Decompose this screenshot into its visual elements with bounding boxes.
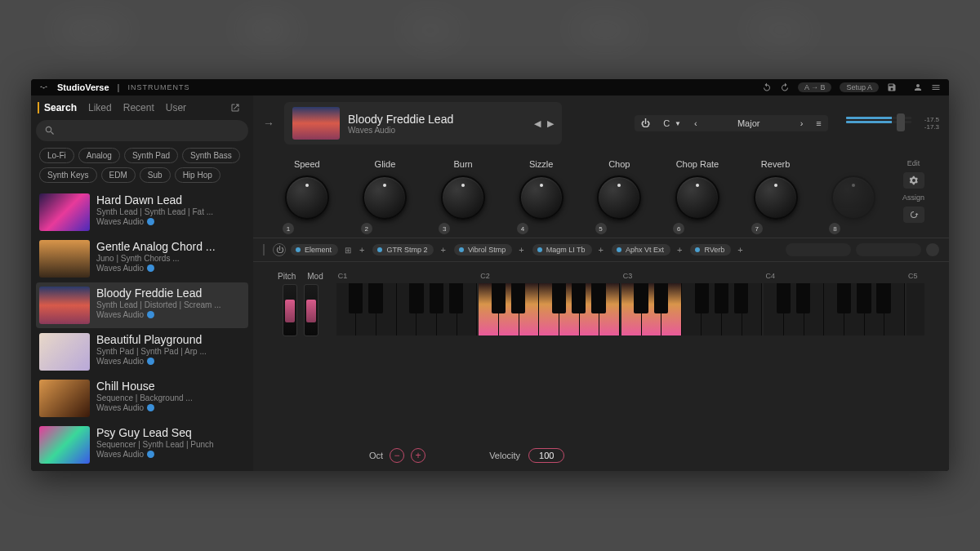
key-select[interactable]: C ▼	[657, 115, 688, 131]
black-key[interactable]	[777, 283, 791, 313]
search-input[interactable]	[62, 125, 240, 136]
black-key[interactable]	[572, 283, 586, 313]
fx-add-button[interactable]: +	[595, 245, 607, 255]
chip-synthpad[interactable]: Synth Pad	[124, 148, 178, 163]
octave-group[interactable]	[621, 283, 763, 335]
user-icon[interactable]	[913, 82, 923, 92]
black-key[interactable]	[409, 283, 423, 313]
menu-icon[interactable]	[931, 82, 941, 92]
black-key[interactable]	[837, 283, 851, 313]
redo-icon[interactable]	[780, 82, 790, 92]
chip-hiphop[interactable]: Hip Hop	[175, 167, 220, 183]
fx-module[interactable]: Magm LI Tb	[532, 244, 592, 256]
edit-button[interactable]	[903, 172, 924, 189]
fx-module[interactable]: RVerb	[690, 244, 731, 256]
preset-item[interactable]: Psy Guy Lead Seq Sequencer | Synth Lead …	[36, 422, 248, 466]
chip-synthkeys[interactable]: Synth Keys	[39, 167, 97, 183]
black-key[interactable]	[349, 283, 363, 313]
black-key[interactable]	[368, 283, 382, 313]
black-key[interactable]	[695, 283, 709, 313]
fx-menu-icon[interactable]: ⊞	[345, 246, 351, 255]
black-key[interactable]	[492, 283, 506, 313]
key-power-button[interactable]: ⏻	[635, 115, 657, 131]
black-key[interactable]	[734, 283, 748, 313]
black-key[interactable]	[430, 283, 443, 313]
external-link-icon[interactable]	[230, 103, 240, 113]
black-key[interactable]	[796, 283, 810, 313]
macro-knob-1[interactable]	[285, 176, 329, 220]
fx-module[interactable]: GTR Stmp 2	[372, 244, 434, 256]
preset-item[interactable]: Hard Dawn Lead Synth Lead | Synth Lead |…	[36, 189, 248, 235]
fx-add-button[interactable]: +	[356, 245, 368, 255]
fx-enable-dot[interactable]	[617, 247, 621, 252]
black-key[interactable]	[449, 283, 463, 313]
black-key[interactable]	[511, 283, 525, 313]
octave-group[interactable]	[336, 283, 478, 335]
fx-output-knob[interactable]	[926, 243, 939, 256]
black-key[interactable]	[634, 283, 648, 313]
fx-add-button[interactable]: +	[734, 245, 746, 255]
preset-item[interactable]: Beautiful Playground Synth Pad | Synth P…	[36, 329, 248, 375]
fx-enable-dot[interactable]	[459, 247, 464, 252]
black-key[interactable]	[552, 283, 566, 313]
fx-enable-dot[interactable]	[537, 247, 542, 252]
fx-add-button[interactable]: +	[437, 245, 448, 255]
output-meter[interactable]	[846, 115, 911, 131]
prev-preset-button[interactable]: ◀	[534, 118, 541, 129]
fx-module[interactable]: Aphx Vt Ext	[612, 244, 670, 256]
octave-group[interactable]	[479, 283, 620, 335]
fx-module[interactable]: Vibrol Stmp	[454, 244, 512, 256]
scale-prev[interactable]: ‹	[688, 115, 704, 131]
fx-add-button[interactable]: +	[674, 245, 685, 255]
fx-empty-slot[interactable]	[786, 243, 851, 256]
undo-icon[interactable]	[762, 82, 772, 92]
macro-knob-3[interactable]	[441, 176, 485, 220]
black-key[interactable]	[715, 283, 728, 313]
chip-synthbass[interactable]: Synth Bass	[182, 148, 240, 163]
tab-user[interactable]: User	[166, 102, 186, 113]
scale-menu[interactable]: ≡	[809, 115, 827, 131]
macro-knob-4[interactable]	[519, 176, 564, 220]
macro-knob-6[interactable]	[675, 176, 719, 220]
search-box[interactable]	[36, 120, 248, 141]
oct-plus-button[interactable]: +	[411, 448, 425, 463]
tab-search[interactable]: Search	[38, 102, 77, 113]
chip-sub[interactable]: Sub	[140, 167, 171, 183]
ab-compare-button[interactable]: A → B	[798, 82, 832, 92]
fx-empty-slot[interactable]	[856, 243, 921, 256]
black-key[interactable]	[857, 283, 871, 313]
assign-button[interactable]	[903, 207, 924, 223]
scale-next[interactable]: ›	[794, 115, 810, 131]
black-key[interactable]	[591, 283, 605, 313]
scale-select[interactable]: Major	[704, 115, 794, 131]
keyboard[interactable]	[336, 283, 924, 335]
fx-add-button[interactable]: +	[515, 245, 527, 255]
octave-group[interactable]	[764, 283, 905, 335]
chip-lofi[interactable]: Lo-Fi	[39, 148, 74, 163]
preset-item[interactable]: Gentle Analog Chord ... Juno | Synth Cho…	[36, 236, 248, 282]
black-key[interactable]	[876, 283, 890, 313]
macro-knob-2[interactable]	[363, 176, 407, 220]
velocity-value[interactable]: 100	[528, 448, 564, 463]
macro-knob-5[interactable]	[597, 176, 641, 220]
chip-analog[interactable]: Analog	[78, 148, 120, 163]
fx-module[interactable]: Element	[291, 244, 338, 256]
fx-enable-dot[interactable]	[296, 247, 301, 252]
preset-item[interactable]: Chill House Sequence | Background ... Wa…	[36, 375, 248, 421]
save-icon[interactable]	[887, 82, 897, 92]
fx-enable-dot[interactable]	[695, 247, 700, 252]
output-gain-handle[interactable]	[897, 113, 905, 131]
collapse-sidebar-icon[interactable]: →	[263, 117, 274, 130]
next-preset-button[interactable]: ▶	[547, 118, 554, 129]
tab-recent[interactable]: Recent	[123, 102, 154, 113]
fx-chain-power[interactable]: ⏻	[273, 243, 286, 256]
oct-minus-button[interactable]: −	[390, 448, 404, 463]
tab-liked[interactable]: Liked	[88, 102, 112, 113]
black-key[interactable]	[654, 283, 668, 313]
macro-knob-7[interactable]	[754, 176, 798, 220]
setup-button[interactable]: Setup A	[840, 82, 879, 92]
pitch-wheel[interactable]	[283, 284, 297, 336]
white-key[interactable]	[906, 283, 924, 335]
fx-enable-dot[interactable]	[377, 247, 382, 252]
chip-edm[interactable]: EDM	[101, 167, 136, 183]
